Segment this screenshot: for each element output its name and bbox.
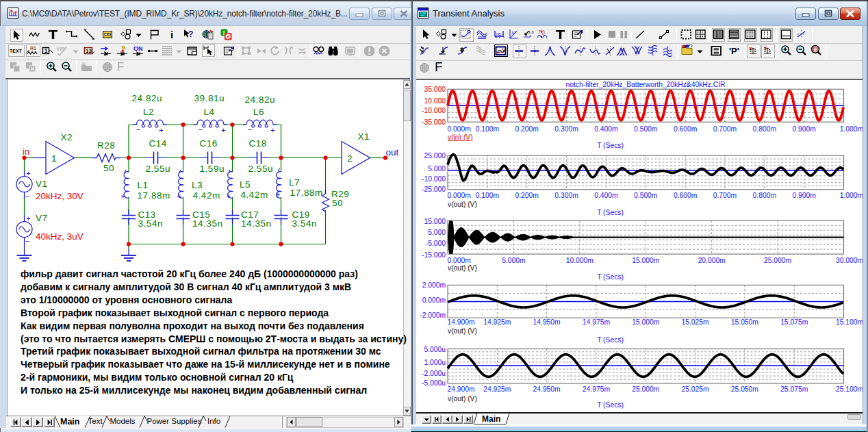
svg-text:1.59u: 1.59u: [200, 164, 225, 174]
svg-text:14.975m: 14.975m: [583, 318, 610, 326]
svg-text:-15.000: -15.000: [422, 251, 446, 259]
svg-text:L1: L1: [138, 180, 149, 190]
svg-text:-25.000: -25.000: [422, 186, 446, 193]
svg-text:+: +: [226, 192, 230, 200]
svg-text:14.35n: 14.35n: [241, 218, 272, 229]
svg-text:40kHz, 3uV: 40kHz, 3uV: [36, 231, 84, 242]
svg-text:+: +: [276, 190, 280, 199]
svg-text:+: +: [26, 214, 30, 223]
svg-text:17.88m: 17.88m: [290, 188, 323, 198]
svg-text:Models: Models: [110, 417, 136, 425]
svg-text:24.82u: 24.82u: [245, 94, 276, 105]
svg-text:2.55u: 2.55u: [248, 164, 274, 174]
svg-text:v(out) (V): v(out) (V): [448, 327, 477, 335]
svg-text:−: −: [25, 237, 29, 245]
svg-text:1.000m: 1.000m: [840, 192, 863, 199]
svg-text:notch-filter_20kHz_Batterworth: notch-filter_20kHz_Batterworth_20kHz&40k…: [566, 81, 726, 88]
svg-text:F: F: [117, 60, 124, 73]
svg-text:Text: Text: [88, 417, 103, 425]
svg-text:13: 13: [86, 48, 92, 54]
svg-text:25.100m: 25.100m: [836, 385, 863, 393]
svg-text:L5: L5: [240, 179, 251, 190]
svg-text:v(in) (V): v(in) (V): [448, 134, 473, 141]
svg-text:+: +: [177, 192, 181, 200]
svg-text:L3: L3: [192, 180, 203, 190]
svg-text:14.950m: 14.950m: [533, 318, 561, 326]
svg-text:0.800m: 0.800m: [753, 125, 776, 133]
svg-text:14.925m: 14.925m: [483, 318, 511, 326]
svg-text:25.050m: 25.050m: [731, 385, 758, 393]
svg-text:25.000m: 25.000m: [632, 385, 659, 393]
svg-text:25.000m: 25.000m: [764, 257, 791, 264]
svg-text:L2: L2: [143, 107, 154, 117]
svg-text:25.000: 25.000: [424, 152, 446, 160]
svg-text:0.000m: 0.000m: [422, 296, 446, 304]
svg-text:0.100m: 0.100m: [476, 192, 499, 199]
svg-text:0.100m: 0.100m: [476, 125, 499, 133]
svg-text:i: i: [170, 29, 173, 40]
svg-text:3.54n: 3.54n: [292, 218, 318, 229]
svg-text:-10.000: -10.000: [422, 175, 446, 183]
svg-text:V7: V7: [36, 213, 48, 223]
svg-text:−: −: [199, 125, 203, 134]
svg-text:T (Secs): T (Secs): [597, 336, 624, 344]
svg-text:14.35n: 14.35n: [192, 218, 223, 229]
svg-text:Main: Main: [482, 414, 500, 424]
svg-text:15.000m: 15.000m: [632, 318, 659, 326]
svg-text:T (Secs): T (Secs): [597, 273, 624, 281]
svg-text:0.300m: 0.300m: [554, 192, 578, 199]
svg-text:17.88m: 17.88m: [138, 190, 170, 201]
svg-text:2.000m: 2.000m: [422, 281, 446, 289]
svg-text:-2.000u: -2.000u: [422, 370, 446, 377]
svg-text:v(out) (V): v(out) (V): [448, 264, 477, 272]
svg-text:24.925m: 24.925m: [483, 385, 511, 393]
svg-text:Main: Main: [60, 417, 79, 427]
svg-text:5.000u: 5.000u: [424, 346, 446, 353]
svg-text:20kHz, 30V: 20kHz, 30V: [36, 191, 84, 201]
svg-text:TEXT: TEXT: [10, 49, 23, 53]
svg-text:3.54n: 3.54n: [138, 218, 164, 229]
svg-text:0.200m: 0.200m: [515, 125, 539, 133]
svg-text:T (Secs): T (Secs): [597, 142, 624, 149]
svg-text:15.075m: 15.075m: [780, 318, 808, 326]
svg-text:20.000m: 20.000m: [698, 257, 726, 264]
svg-text:+: +: [270, 126, 275, 134]
svg-text:Power Supplies: Power Supplies: [147, 417, 202, 425]
svg-text:0.700m: 0.700m: [713, 192, 737, 199]
svg-text:35.000: 35.000: [424, 86, 446, 93]
svg-text:14.900m: 14.900m: [448, 318, 475, 326]
svg-text:2: 2: [347, 153, 353, 164]
svg-text:25.075m: 25.075m: [780, 385, 808, 393]
svg-text:R1: R1: [30, 46, 36, 51]
svg-text:24.82u: 24.82u: [132, 93, 163, 103]
svg-text:1.000u: 1.000u: [424, 359, 446, 366]
svg-text:−: −: [248, 125, 252, 134]
svg-text:Info: Info: [207, 417, 220, 425]
svg-text:v(out) (V): v(out) (V): [448, 201, 477, 208]
svg-text:10: 10: [511, 31, 515, 35]
svg-text:0.800m: 0.800m: [753, 192, 776, 199]
svg-text:0.900m: 0.900m: [792, 125, 815, 133]
svg-text:50: 50: [103, 163, 114, 173]
svg-text:-10.000: -10.000: [422, 107, 446, 114]
svg-text:V1: V1: [36, 179, 48, 189]
svg-text:1: 1: [51, 153, 57, 164]
svg-text:−: −: [25, 192, 29, 201]
svg-text:0.400m: 0.400m: [594, 125, 617, 133]
svg-text:C14: C14: [149, 138, 167, 149]
svg-text:C16: C16: [200, 138, 218, 149]
svg-text:X2: X2: [61, 132, 73, 142]
svg-text:30.000m: 30.000m: [836, 257, 863, 264]
svg-text:−: −: [136, 125, 140, 134]
svg-text:10.000m: 10.000m: [566, 257, 593, 264]
svg-text:0.600m: 0.600m: [674, 192, 697, 199]
svg-text:5.000m: 5.000m: [502, 257, 525, 264]
svg-text:15.025m: 15.025m: [682, 318, 709, 326]
svg-text:4.42m: 4.42m: [241, 190, 268, 200]
svg-text:+: +: [159, 126, 163, 134]
svg-text:0.500m: 0.500m: [634, 192, 657, 199]
svg-text:0.300m: 0.300m: [554, 125, 578, 133]
svg-text:C18: C18: [249, 138, 267, 149]
svg-text:24.975m: 24.975m: [583, 385, 610, 393]
svg-text:T (Secs): T (Secs): [597, 209, 624, 216]
